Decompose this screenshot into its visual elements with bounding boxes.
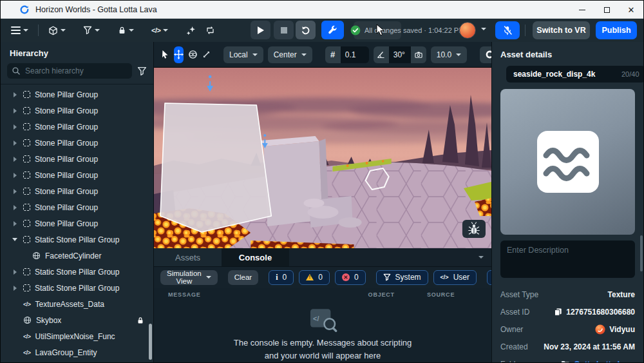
hierarchy-item-label: Stone Pillar Group (35, 187, 98, 196)
mic-mute-button[interactable] (495, 21, 520, 39)
effects-button[interactable] (186, 21, 196, 40)
expand-caret-icon[interactable] (14, 157, 17, 162)
group-icon (23, 204, 30, 211)
view-mode-dropdown[interactable]: Simulation View (160, 270, 218, 285)
asset-name-field[interactable]: 20/40 (506, 66, 644, 83)
maximize-button[interactable] (594, 1, 619, 19)
console-toolbar: Simulation View Clear i0 0 ✕0 System </>… (154, 266, 491, 288)
saved-check-icon (350, 25, 361, 35)
asset-name-input[interactable] (512, 69, 618, 79)
expand-caret-icon[interactable] (14, 92, 17, 97)
column-message: MESSAGE (168, 291, 201, 298)
expand-caret-icon[interactable] (14, 124, 17, 130)
user-filter-button[interactable]: </> User (433, 270, 477, 285)
property-value[interactable]: Gotta Lotta Lava (574, 360, 635, 363)
error-filter-button[interactable]: ✕0 (335, 270, 366, 285)
expand-caret-icon[interactable] (14, 221, 17, 226)
grid-snap-input[interactable] (341, 46, 369, 63)
transform-space-dropdown[interactable]: Local (223, 46, 263, 63)
angle-snap-input[interactable] (389, 46, 411, 63)
viewport-3d-scene[interactable] (154, 68, 491, 248)
capture-frame-button[interactable] (205, 21, 215, 40)
hierarchy-item[interactable]: Static Stone Pillar Group (1, 231, 153, 248)
camera-icon (415, 51, 422, 59)
stop-button[interactable] (274, 21, 294, 39)
hierarchy-item[interactable]: </>LavaGroup_Entity (1, 344, 153, 360)
group-icon (23, 172, 30, 179)
hierarchy-item[interactable]: Stone Pillar Group (1, 199, 153, 215)
user-avatar[interactable] (459, 22, 476, 39)
collapse-caret-icon[interactable] (12, 238, 17, 241)
expand-caret-icon[interactable] (14, 141, 17, 146)
group-icon (23, 268, 30, 275)
clear-button[interactable]: Clear (228, 270, 258, 285)
minimize-button[interactable] (570, 1, 594, 19)
hierarchy-item[interactable]: Stone Pillar Group (1, 215, 153, 231)
build-objects-dropdown[interactable] (48, 21, 66, 40)
hierarchy-item[interactable]: Skybox (1, 312, 153, 328)
switch-to-vr-button[interactable]: Switch to VR (533, 21, 590, 39)
copy-icon[interactable] (554, 308, 562, 316)
hierarchy-item[interactable]: </>UtilSimplexNoise_Func (1, 328, 153, 344)
publish-button[interactable]: Publish (596, 21, 637, 39)
hierarchy-scrollbar[interactable] (149, 324, 152, 360)
lock-tools-dropdown[interactable] (118, 21, 134, 40)
scripts-dropdown[interactable]: </> (151, 21, 168, 40)
expand-caret-icon[interactable] (14, 173, 17, 178)
tab-console[interactable]: Console (222, 248, 289, 266)
panel-collapse-chevron-icon[interactable] (478, 248, 484, 266)
texture-waves-icon (537, 131, 599, 193)
hierarchy-search-input[interactable] (24, 66, 127, 76)
hierarchy-item-label: Stone Pillar Group (35, 219, 98, 228)
gizmos-dropdown[interactable] (83, 21, 100, 40)
hierarchy-item[interactable]: Stone Pillar Group (1, 86, 153, 103)
debug-button[interactable] (462, 220, 486, 238)
rotate-tool-button[interactable] (188, 46, 198, 63)
grid-snap-icon: # (325, 46, 341, 63)
pivot-dropdown[interactable]: Center (268, 46, 312, 63)
tab-assets[interactable]: Assets (154, 248, 222, 266)
filter-icon[interactable] (137, 66, 147, 76)
hierarchy-search[interactable] (7, 63, 132, 79)
panel-scrollbar[interactable] (640, 235, 643, 271)
build-tools-button[interactable] (321, 21, 344, 39)
hierarchy-item[interactable]: </>TextureAssets_Data (1, 296, 153, 312)
hierarchy-item[interactable]: Stone Pillar Group (1, 183, 153, 199)
script-icon: </> (23, 349, 31, 356)
play-button[interactable] (251, 21, 270, 39)
expand-caret-icon[interactable] (14, 108, 17, 113)
console-empty-state: </ The console is empty. Messages about … (154, 302, 491, 362)
hierarchy-item[interactable]: Stone Pillar Group (1, 167, 153, 183)
hierarchy-item[interactable]: Static Stone Pillar Group (1, 280, 153, 296)
selected-pillar-box[interactable] (160, 103, 271, 232)
hierarchy-item[interactable]: Stone Pillar Group (1, 103, 153, 119)
expand-caret-icon[interactable] (14, 270, 17, 275)
main-menu-button[interactable] (11, 21, 28, 40)
warning-filter-button[interactable]: 0 (299, 270, 330, 285)
hierarchy-item[interactable]: Stone Pillar Group (1, 119, 153, 135)
camera-speed-dropdown[interactable]: 10.0 (431, 46, 467, 63)
expand-caret-icon[interactable] (14, 286, 17, 291)
account-chevron-icon[interactable] (481, 28, 486, 30)
cursor-tool-icon (160, 50, 169, 59)
close-button[interactable]: ✕ (619, 1, 643, 19)
console-panel: Assets Console Simulation View Clear i0 … (154, 248, 491, 362)
group-icon (23, 139, 30, 146)
hierarchy-item[interactable]: Stone Pillar Group (1, 151, 153, 167)
save-status: All changes saved · 1:04:22 PM (350, 21, 464, 40)
scale-tool-button[interactable] (202, 46, 211, 63)
hierarchy-item[interactable]: FacetedCylinder (1, 248, 153, 264)
info-filter-button[interactable]: i0 (269, 270, 294, 285)
camera-snap-button[interactable] (411, 46, 426, 63)
system-filter-button[interactable]: System (376, 270, 428, 285)
expand-caret-icon[interactable] (14, 189, 17, 194)
move-tool-button[interactable] (174, 46, 184, 63)
hierarchy-item[interactable]: Stone Pillar Group (1, 135, 153, 151)
save-status-text: All changes saved · 1:04:22 PM (365, 26, 464, 34)
app-window: Horizon Worlds - Gotta Lotta Lava ✕ </> (0, 0, 644, 363)
select-tool-button[interactable] (160, 46, 169, 63)
hierarchy-item[interactable]: Static Stone Pillar Group (1, 264, 153, 280)
expand-caret-icon[interactable] (14, 205, 17, 210)
asset-description-input[interactable] (500, 240, 635, 278)
reset-button[interactable] (296, 21, 316, 39)
